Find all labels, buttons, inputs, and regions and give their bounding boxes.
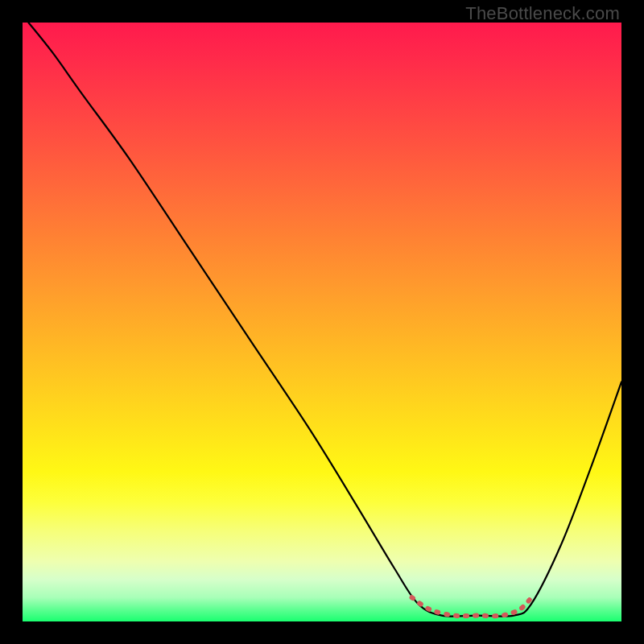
plot-area xyxy=(23,23,621,621)
bottleneck-curve-path xyxy=(28,23,621,617)
chart-frame: TheBottleneck.com xyxy=(0,0,644,644)
curve-svg xyxy=(23,23,621,621)
watermark-text: TheBottleneck.com xyxy=(465,3,620,24)
highlight-segment-path xyxy=(412,597,532,616)
